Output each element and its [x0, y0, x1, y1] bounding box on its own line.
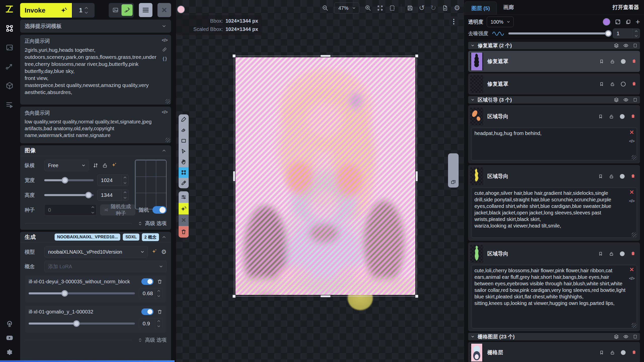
- regional-group-header[interactable]: 区域引导 (3 个): [468, 96, 640, 104]
- raster-group-header[interactable]: 栅格图层 (23 个): [468, 333, 640, 340]
- opacity-circle-icon[interactable]: [621, 59, 626, 64]
- merge-layers-icon[interactable]: [614, 43, 619, 48]
- bbox-handle-top-right[interactable]: [415, 54, 419, 58]
- inpaint-group-header[interactable]: 修复遮罩 (2 个): [468, 42, 640, 49]
- lora-weight-steppers[interactable]: [155, 318, 162, 329]
- add-layer-icon[interactable]: +: [635, 18, 640, 26]
- trash-icon[interactable]: [631, 114, 635, 119]
- resize-grip[interactable]: [632, 233, 636, 237]
- menu-button[interactable]: [139, 3, 152, 17]
- bbox-handle-bottom-right[interactable]: [415, 294, 419, 298]
- gallery-mode-icon[interactable]: [110, 4, 121, 16]
- nav-workflows-icon[interactable]: [5, 62, 14, 71]
- nav-canvas-icon[interactable]: [5, 24, 14, 33]
- bookmark-icon[interactable]: [599, 350, 604, 355]
- lock-icon[interactable]: [610, 82, 615, 86]
- bookmark-icon[interactable]: [598, 114, 603, 119]
- denoise-steppers[interactable]: [632, 29, 640, 38]
- tool-rectangle[interactable]: [179, 135, 189, 146]
- queue-count-steppers[interactable]: [85, 7, 88, 14]
- height-steppers[interactable]: [121, 190, 129, 201]
- resize-grip[interactable]: [632, 155, 636, 160]
- chevron-up-icon[interactable]: [162, 148, 167, 153]
- trash-icon[interactable]: [157, 279, 163, 284]
- generation-bbox[interactable]: [234, 56, 417, 296]
- lock-icon[interactable]: [609, 174, 614, 179]
- bookmark-icon[interactable]: [599, 82, 604, 86]
- tool-invoke-sparkle[interactable]: [179, 203, 189, 214]
- code-icon[interactable]: </>: [629, 276, 634, 281]
- generation-advanced-options[interactable]: 高级 选项: [25, 336, 167, 343]
- lock-icon[interactable]: [610, 350, 615, 355]
- duplicate-layer-icon[interactable]: [625, 19, 631, 25]
- trash-icon[interactable]: [632, 59, 636, 64]
- positive-prompt-text[interactable]: 2girls,yuri,hug,heads together, outdoors…: [25, 47, 156, 96]
- invoke-button[interactable]: Invoke: [20, 3, 72, 18]
- layer-row-inpaint-mask[interactable]: 修复遮罩: [468, 51, 640, 72]
- layer-card-regional-guidance[interactable]: 区域导向 cute,ahoge,silver hair,blue hair,gr…: [468, 165, 640, 241]
- model-settings-gear-icon[interactable]: ⚙: [161, 248, 167, 255]
- select-bbox-icon[interactable]: [633, 98, 637, 102]
- regional-prompt-textarea[interactable]: headpat,hug,hug from behind,: [471, 128, 637, 160]
- canvas-settings-gear-icon[interactable]: ⚙: [454, 5, 460, 12]
- trash-icon[interactable]: [631, 173, 635, 179]
- bbox-handle-bottom-left[interactable]: [232, 294, 236, 298]
- visibility-eye-icon[interactable]: [623, 334, 628, 339]
- zoom-out-icon[interactable]: [322, 5, 329, 11]
- trash-icon[interactable]: [157, 309, 163, 314]
- opacity-select[interactable]: 100%: [487, 17, 514, 27]
- select-bbox-icon[interactable]: [633, 43, 637, 48]
- image-advanced-options[interactable]: 高级 选项: [25, 219, 167, 227]
- tool-cancel[interactable]: ✕: [179, 214, 189, 226]
- opacity-circle-icon[interactable]: [620, 174, 625, 179]
- code-icon[interactable]: </>: [629, 139, 634, 144]
- tool-eraser[interactable]: [179, 125, 189, 135]
- new-canvas-icon[interactable]: [442, 5, 448, 11]
- resize-grip[interactable]: [166, 99, 170, 104]
- model-sparkle-icon[interactable]: [151, 248, 157, 255]
- link-icon[interactable]: [162, 47, 167, 52]
- prompt-template-selector[interactable]: 选择提示词模板: [20, 20, 171, 33]
- bbox-handle-top-left[interactable]: [232, 54, 236, 58]
- positive-prompt-box[interactable]: 正向提示词 2girls,yuri,hug,heads together, ou…: [20, 35, 171, 105]
- canvas-menu-button[interactable]: ⋮: [449, 17, 459, 26]
- braces-icon[interactable]: { }: [163, 56, 167, 61]
- staging-handle[interactable]: [448, 153, 459, 188]
- width-steppers[interactable]: [121, 175, 129, 186]
- tool-delete[interactable]: [179, 226, 189, 238]
- denoise-slider[interactable]: [508, 32, 609, 34]
- lock-icon[interactable]: [610, 59, 615, 64]
- nav-models-icon[interactable]: [5, 81, 14, 90]
- randomize-seed-button[interactable]: 随机生成种子: [100, 204, 135, 215]
- resize-grip[interactable]: [166, 138, 170, 142]
- remove-prompt-icon[interactable]: ✕: [629, 190, 634, 195]
- seed-input[interactable]: [45, 204, 96, 215]
- code-icon[interactable]: </>: [162, 38, 168, 43]
- bookmark-icon[interactable]: [598, 251, 603, 256]
- visibility-eye-icon[interactable]: [623, 43, 628, 48]
- select-bbox-icon[interactable]: [633, 334, 637, 339]
- trash-icon[interactable]: [632, 350, 636, 355]
- opacity-circle-icon[interactable]: [620, 251, 625, 256]
- image-section-header[interactable]: 图像: [20, 145, 171, 156]
- height-slider[interactable]: [44, 194, 94, 196]
- tab-gallery[interactable]: 画廊: [497, 0, 520, 15]
- layer-card-regional-guidance[interactable]: 区域导向 headpat,hug,hug from behind, ✕</>: [468, 105, 640, 163]
- bbox-handle-left[interactable]: [233, 171, 235, 182]
- remove-prompt-icon[interactable]: ✕: [629, 267, 634, 273]
- opacity-circle-icon[interactable]: [621, 350, 626, 355]
- layer-row-inpaint-mask[interactable]: 修复遮罩: [468, 73, 640, 95]
- optimize-size-sparkle-icon[interactable]: [111, 162, 117, 169]
- regional-prompt-textarea[interactable]: cute,ahoge,silver hair,blue hair,gradien…: [471, 188, 637, 238]
- bbox-handle-bottom[interactable]: [320, 295, 331, 298]
- help-lightbulb-icon[interactable]: [6, 320, 14, 328]
- tool-eyedropper[interactable]: [179, 178, 189, 188]
- save-icon[interactable]: [407, 5, 413, 11]
- lora-weight-steppers[interactable]: [155, 288, 162, 299]
- fit-to-view-icon[interactable]: [377, 5, 383, 11]
- lock-icon[interactable]: [609, 114, 614, 119]
- queue-count-box[interactable]: 1: [72, 3, 95, 18]
- canvas-workspace[interactable]: Bbox:1024×1344 px Scaled Bbox:1024×1344 …: [176, 0, 464, 362]
- fit-layer-icon[interactable]: [615, 19, 621, 25]
- nav-queue-icon[interactable]: [5, 101, 14, 109]
